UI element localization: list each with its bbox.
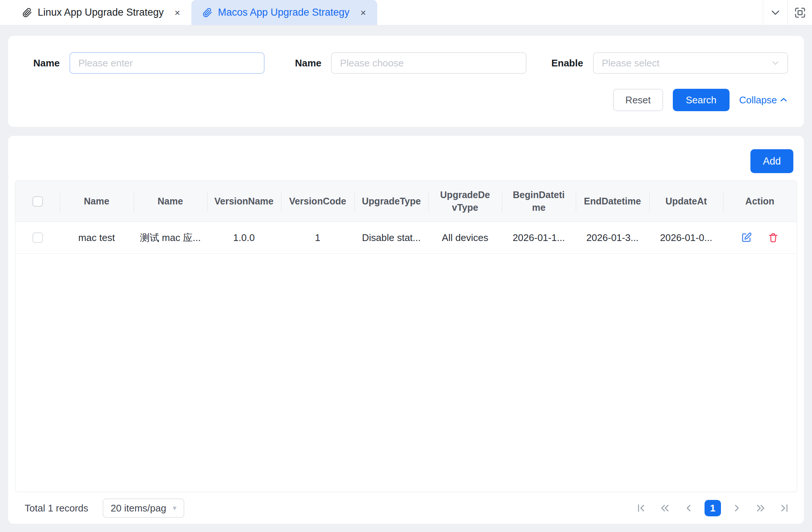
tab-menu-button[interactable] xyxy=(763,0,787,25)
screen: Linux App Upgrade Strategy × Macos App U… xyxy=(0,0,812,532)
cell-name2: 测试 mac 应... xyxy=(134,222,207,254)
table-toolbar: Add xyxy=(15,149,797,181)
filter-field-name-1: Name xyxy=(24,52,265,74)
column-header-action: Action xyxy=(723,181,797,222)
filter-field-enable: Enable Please select xyxy=(547,52,788,74)
dropdown-triangle-icon: ▼ xyxy=(171,505,178,511)
delete-button[interactable] xyxy=(768,232,779,243)
filter-actions: Reset Search Collapse xyxy=(24,89,788,111)
cell-versionname: 1.0.0 xyxy=(207,222,281,254)
next-5-pages-button[interactable] xyxy=(752,500,769,516)
column-header-versioncode: VersionCode xyxy=(281,181,355,222)
cell-upgradedevtype: All devices xyxy=(428,222,502,254)
column-header-enddatetime: EndDatetime xyxy=(576,181,650,222)
table-footer: Total 1 records 20 items/pag ▼ 1 xyxy=(15,492,797,524)
collapse-label: Collapse xyxy=(739,94,777,106)
add-button[interactable]: Add xyxy=(750,149,793,173)
paperclip-icon xyxy=(203,8,212,18)
cell-updateat: 2026-01-0... xyxy=(649,222,723,254)
prev-page-button[interactable] xyxy=(681,500,697,516)
tab-bar-actions xyxy=(763,0,812,25)
collapse-link[interactable]: Collapse xyxy=(739,94,788,106)
last-page-button[interactable] xyxy=(776,500,793,516)
column-header-versionname: VersionName xyxy=(207,181,281,222)
filter-fields-row: Name Name Enable Please select xyxy=(24,52,788,74)
cell-upgradetype: Disable stat... xyxy=(355,222,428,254)
name-field-label: Name xyxy=(285,57,321,69)
close-icon[interactable]: × xyxy=(360,8,366,18)
total-records-text: Total 1 records xyxy=(25,503,88,514)
page-1-button[interactable]: 1 xyxy=(705,500,721,516)
chevron-up-icon xyxy=(779,96,788,104)
enable-select[interactable]: Please select xyxy=(593,52,788,74)
page-content: Name Name Enable Please select xyxy=(0,25,812,524)
edit-icon xyxy=(741,232,752,243)
column-header-name: Name xyxy=(60,181,134,222)
filter-field-name-2: Name xyxy=(285,52,526,74)
name-field-label: Name xyxy=(24,57,60,69)
column-header-begindatetime: BeginDatetime xyxy=(502,181,576,222)
table-row: mac test 测试 mac 应... 1.0.0 1 Disable sta… xyxy=(15,222,797,254)
close-icon[interactable]: × xyxy=(175,8,180,18)
row-select-cell xyxy=(15,222,60,254)
cell-versioncode: 1 xyxy=(281,222,355,254)
page-size-label: 20 items/pag xyxy=(111,503,166,514)
tab-label: Macos App Upgrade Strategy xyxy=(218,7,350,18)
fullscreen-icon xyxy=(793,6,807,19)
name-choose-input[interactable] xyxy=(331,52,526,74)
select-all-header-cell xyxy=(15,181,60,222)
paperclip-icon xyxy=(22,8,32,18)
enable-field-label: Enable xyxy=(547,57,583,69)
tab-bar: Linux App Upgrade Strategy × Macos App U… xyxy=(0,0,812,25)
trash-icon xyxy=(768,232,779,243)
cell-enddatetime: 2026-01-3... xyxy=(576,222,650,254)
tab-label: Linux App Upgrade Strategy xyxy=(38,7,164,18)
tab-list: Linux App Upgrade Strategy × Macos App U… xyxy=(0,0,377,25)
column-header-upgradedevtype: UpgradeDevType xyxy=(428,181,502,222)
prev-5-pages-button[interactable] xyxy=(657,500,673,516)
tab-macos-app-upgrade-strategy[interactable]: Macos App Upgrade Strategy × xyxy=(191,0,377,25)
tab-linux-app-upgrade-strategy[interactable]: Linux App Upgrade Strategy × xyxy=(11,0,191,25)
column-header-updateat: UpdateAt xyxy=(649,181,723,222)
reset-button[interactable]: Reset xyxy=(613,89,663,111)
table-panel: Add Name Name VersionName VersionCode xyxy=(8,136,804,524)
table-header: Name Name VersionName VersionCode Upgrad… xyxy=(15,181,797,222)
select-placeholder: Please select xyxy=(602,57,660,69)
next-page-button[interactable] xyxy=(728,500,745,516)
filter-panel: Name Name Enable Please select xyxy=(8,36,804,127)
name-input[interactable] xyxy=(69,52,265,74)
chevron-down-icon xyxy=(769,6,782,19)
cell-action xyxy=(723,222,797,254)
column-header-name2: Name xyxy=(134,181,207,222)
column-header-upgradetype: UpgradeType xyxy=(355,181,428,222)
search-button[interactable]: Search xyxy=(673,89,730,111)
cell-name: mac test xyxy=(60,222,134,254)
chevron-down-icon xyxy=(770,58,781,68)
strategy-table: Name Name VersionName VersionCode Upgrad… xyxy=(15,181,797,492)
edit-button[interactable] xyxy=(741,232,752,243)
row-checkbox[interactable] xyxy=(32,232,43,243)
cell-begindatetime: 2026-01-1... xyxy=(502,222,576,254)
select-all-checkbox[interactable] xyxy=(32,196,43,207)
fullscreen-button[interactable] xyxy=(787,0,812,25)
page-size-select[interactable]: 20 items/pag ▼ xyxy=(103,498,185,518)
first-page-button[interactable] xyxy=(633,500,649,516)
pagination: 1 xyxy=(633,500,793,516)
